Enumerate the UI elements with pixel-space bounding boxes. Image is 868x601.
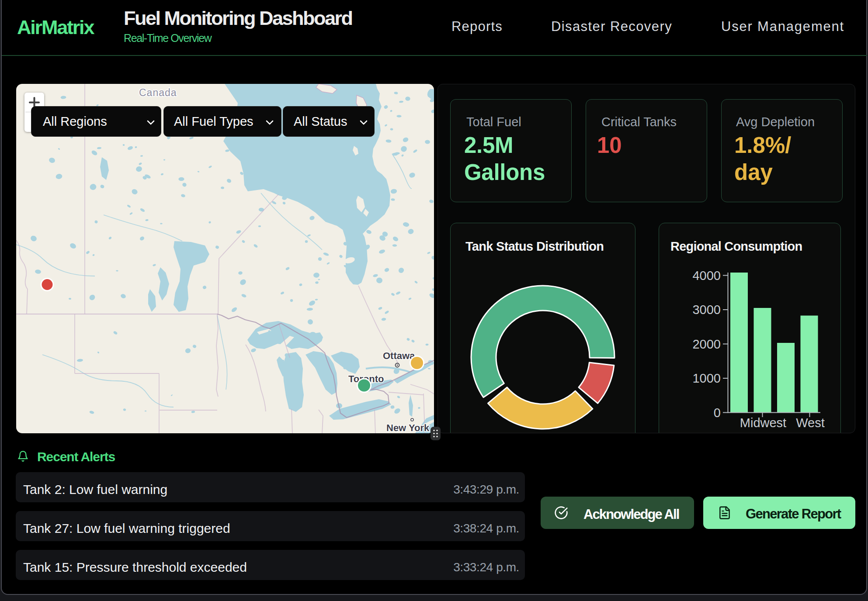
svg-text:0: 0 <box>714 406 721 420</box>
svg-text:1000: 1000 <box>692 371 721 385</box>
svg-text:Midwest: Midwest <box>740 416 786 430</box>
svg-text:West: West <box>796 416 825 430</box>
svg-text:2000: 2000 <box>692 337 721 351</box>
svg-text:3000: 3000 <box>692 303 721 317</box>
svg-text:4000: 4000 <box>692 269 721 283</box>
